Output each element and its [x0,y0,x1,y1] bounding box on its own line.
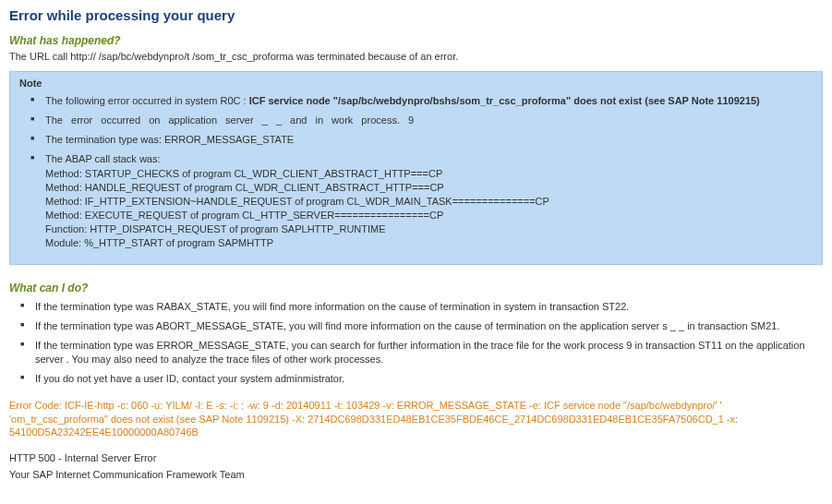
page-title: Error while processing your query [9,7,823,23]
note-item: The termination type was: ERROR_MESSAGE_… [45,133,813,147]
todo-list: If the termination type was RABAX_STATE,… [9,300,823,385]
stack-line: Function: HTTP_DISPATCH_REQUEST of progr… [45,222,813,236]
note-box: Note The following error occurred in sys… [9,71,823,265]
note-item: The following error occurred in system R… [45,94,813,108]
stack-line: Module: %_HTTP_START of program SAPMHTTP [45,236,813,250]
stack-line: Method: EXECUTE_REQUEST of program CL_HT… [45,209,813,222]
note-item-bold: ICF service node "/sap/bc/webdynpro/bshs… [249,95,760,106]
note-item: The ABAP call stack was: Method: STARTUP… [45,152,813,250]
todo-item: If the termination type was ABORT_MESSAG… [35,319,823,333]
note-label: Note [19,78,813,89]
http-status: HTTP 500 - Internal Server Error [9,452,823,463]
stack-line: Method: STARTUP_CHECKS of program CL_WDR… [45,167,813,181]
section-what-can-i-do: What can I do? [9,282,823,294]
stack-line: Method: IF_HTTP_EXTENSION~HANDLE_REQUEST… [45,195,813,209]
intro-text: The URL call http:// /sap/bc/webdynpro/t… [9,51,823,62]
stack-head: The ABAP call stack was: [45,153,161,164]
footer-team: Your SAP Internet Communication Framewor… [9,469,823,480]
stack-lines: Method: STARTUP_CHECKS of program CL_WDR… [45,167,813,249]
stack-line: Method: HANDLE_REQUEST of program CL_WDR… [45,181,813,195]
section-what-happened: What has happened? [9,34,823,47]
todo-item: If the termination type was RABAX_STATE,… [35,300,823,314]
todo-item: If you do not yet have a user ID, contac… [35,372,823,386]
error-code: Error Code: ICF-IE-http -c: 060 -u: YILM… [9,399,823,440]
todo-item: If the termination type was ERROR_MESSAG… [35,339,823,366]
note-list: The following error occurred in system R… [19,94,813,249]
note-item: The error occurred on application server… [45,114,813,127]
note-item-prefix: The following error occurred in system R… [45,95,249,106]
